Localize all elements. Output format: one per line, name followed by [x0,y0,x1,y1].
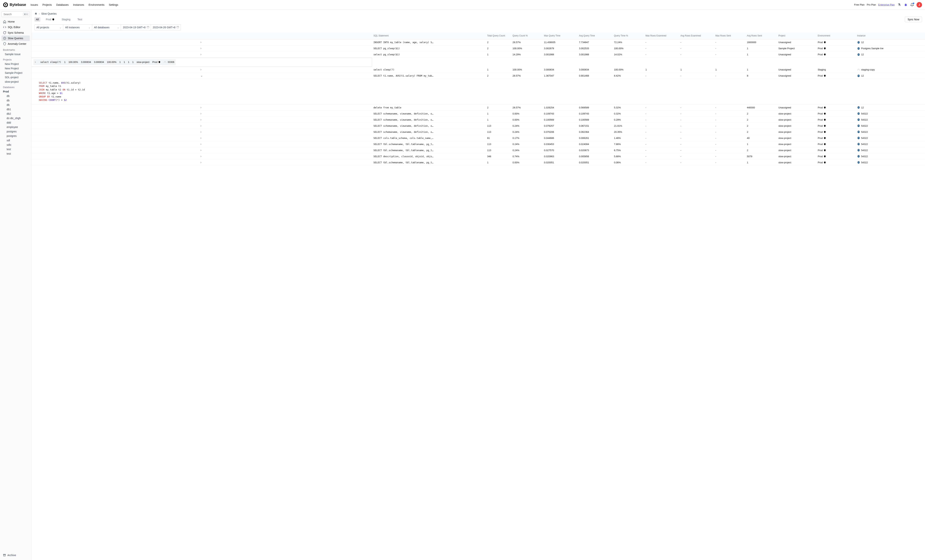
filter-projects-select[interactable]: All projects⌄ [35,24,63,30]
table-row[interactable]: SELECT schemaname, viewname, definition,… [32,111,925,117]
dbs-item[interactable]: postgres [2,129,30,134]
expand-icon[interactable] [200,41,203,44]
filter-instances-select[interactable]: All instances⌄ [63,24,92,30]
table-row[interactable]: SELECT schemaname, viewname, definition,… [32,117,925,123]
app-logo[interactable]: Bytebase [3,2,26,8]
nav-home[interactable]: Home [2,19,30,24]
table-row[interactable]: select pg_sleep($1)114.29%3.0019883.0019… [32,51,925,57]
user-avatar[interactable]: J [916,2,922,8]
dbs-item[interactable]: dc-dic_shgh [2,116,30,120]
col-header[interactable]: Avg Query Time [578,33,613,39]
expand-icon[interactable] [200,113,203,115]
bell-icon[interactable] [910,3,914,7]
sync-now-button[interactable]: Sync Now [905,17,922,22]
col-header[interactable]: Instance [856,33,925,39]
table-row[interactable]: SELECT pg_sleep($1)2100.00%3.0026793.002… [32,45,925,51]
col-header[interactable]: Project [777,33,816,39]
nav-sql-editor[interactable]: SQL Editor [2,24,30,30]
topnav-projects[interactable]: Projects [42,3,52,6]
projects-item[interactable]: Sample Project [2,71,30,75]
table-row[interactable]: select sleep(?)1100.00%3.0008343.0008341… [32,67,925,73]
table-row[interactable]: delete from my_table228.57%1.0262540.569… [32,104,925,111]
home-icon[interactable] [35,12,38,15]
col-header[interactable]: Environment [816,33,856,39]
bug-icon[interactable] [904,3,908,7]
topnav-settings[interactable]: Settings [109,3,118,6]
dbs-item[interactable]: sdl [2,138,30,143]
filter-databases-select[interactable]: All databases⌄ [92,24,121,30]
projects-item[interactable]: New Project [2,62,30,66]
col-header[interactable]: Max Query Time [542,33,578,39]
expand-icon[interactable] [200,75,203,77]
topnav-instances[interactable]: Instances [73,3,84,6]
expand-icon[interactable] [200,143,203,146]
expand-icon[interactable] [200,149,203,152]
table-row[interactable]: SELECT tbl.schemaname, tbl.tablename, pg… [32,160,925,166]
projects-label: Projects [2,56,30,62]
dbs-item[interactable]: db [2,102,30,107]
col-header[interactable]: Max Rows Sent [714,33,745,39]
topnav-environments[interactable]: Environments [89,3,104,6]
svg-point-11 [857,47,860,50]
env-tab-prod[interactable]: Prod [44,17,56,22]
dbs-item[interactable]: db2 [2,111,30,116]
col-header[interactable]: SQL Statement [372,33,486,39]
enterprise-plan-link[interactable]: Enterprise Plan [878,3,895,6]
dbs-item[interactable]: ddd [2,120,30,125]
env-tab-test[interactable]: Test [76,17,84,22]
dbs-item[interactable]: postgres [2,134,30,138]
expand-icon[interactable] [200,161,203,164]
expand-icon[interactable] [200,125,203,127]
topnav-issues[interactable]: Issues [30,3,38,6]
expand-icon[interactable] [200,53,203,56]
dbs-item[interactable]: test [2,152,30,156]
dbs-item[interactable]: db [2,98,30,102]
expand-icon[interactable] [200,47,203,50]
nav-slow-queries[interactable]: Slow Queries [2,36,30,41]
expand-icon[interactable] [200,155,203,158]
archive-link[interactable]: Archive [2,552,30,558]
expand-icon[interactable] [200,131,203,133]
nav-sync-schema[interactable]: Sync Schema [2,30,30,36]
svg-point-49 [859,162,859,163]
col-header[interactable]: Total Query Count [486,33,511,39]
language-icon[interactable] [898,3,901,7]
bookmarks-item[interactable]: Sample Issue [2,52,30,56]
table-row[interactable]: SELECT tbl.schemaname, tbl.tablename, pg… [32,147,925,153]
dbs-item[interactable]: sdlx [2,143,30,147]
table-row[interactable]: SELECT t1.name, AVG(t1.salary) FROM my_t… [32,73,925,79]
col-header[interactable]: Query Count % [511,33,542,39]
pro-plan-link[interactable]: Pro Plan [867,3,876,6]
filter-date-from[interactable]: 2023-04-19 GMT+8 [121,24,151,30]
projects-item[interactable]: SDL-project [2,75,30,80]
env-tab-staging[interactable]: Staging [60,17,72,22]
expand-icon[interactable] [200,119,203,121]
dbs-item[interactable]: db [2,94,30,98]
col-header[interactable]: Max Rows Examined [644,33,679,39]
expand-icon[interactable] [200,106,203,109]
table-row[interactable]: SELECT schemaname, viewname, definition,… [32,123,925,129]
table-row[interactable]: SELECT cols.table_schema, cols.table_nam… [32,135,925,141]
projects-item[interactable]: slow-project [2,80,30,84]
table-row[interactable]: SELECT schemaname, viewname, definition,… [32,129,925,135]
expand-icon[interactable] [200,137,203,140]
expand-icon[interactable] [35,61,38,63]
projects-item[interactable]: New Project [2,66,30,71]
col-header[interactable]: Avg Rows Examined [679,33,714,39]
dbs-item[interactable]: test [2,147,30,152]
col-header[interactable]: Avg Rows Sent [745,33,777,39]
table-row[interactable]: select sleep(?)1100.00%3.0008343.0008341… [32,58,372,67]
table-row[interactable]: INSERT INTO my_table (name, age, salary)… [32,39,925,45]
dbs-item[interactable]: db1 [2,107,30,111]
filter-date-to[interactable]: 2023-04-26 GMT+8 [151,24,181,30]
col-header[interactable]: Query Time % [613,33,644,39]
dbs-item[interactable]: employee [2,125,30,129]
env-tab-all[interactable]: All [35,17,40,22]
table-row[interactable]: SELECT tbl.schemaname, tbl.tablename, pg… [32,141,925,147]
topnav-databases[interactable]: Databases [56,3,69,6]
free-plan-link[interactable]: Free Plan [854,3,865,6]
db-group-prod[interactable]: Prod [2,89,30,94]
nav-anomaly-center[interactable]: Anomaly Center [2,41,30,47]
table-row[interactable]: SELECT description, classoid, objoid, ob… [32,153,925,160]
expand-icon[interactable] [200,68,203,71]
